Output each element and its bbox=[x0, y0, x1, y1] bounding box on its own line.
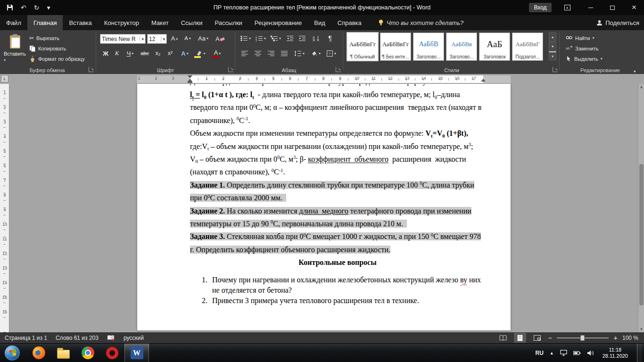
share-button[interactable]: Поделиться bbox=[596, 15, 639, 30]
style-card[interactable]: АаБбВвГг¶ Без инте... bbox=[380, 33, 411, 61]
start-button[interactable] bbox=[5, 346, 20, 361]
sort-button[interactable]: АЯ bbox=[310, 33, 322, 43]
collapse-ribbon-button[interactable]: ▴ bbox=[634, 68, 636, 73]
ribbon-tab[interactable]: Вставка bbox=[63, 15, 98, 30]
line-spacing-button[interactable]: ▾ bbox=[292, 48, 306, 58]
zoom-out-button[interactable]: − bbox=[548, 334, 552, 342]
language-indicator[interactable]: русский bbox=[124, 335, 144, 341]
document-area[interactable]: 12345678910111213141516 Длина твердого т… bbox=[0, 84, 644, 332]
tell-me-box[interactable]: Что вы хотите сделать? bbox=[378, 15, 464, 30]
paste-button[interactable]: Вставить ▾ bbox=[4, 32, 26, 63]
ribbon-tab[interactable]: Файл bbox=[0, 15, 27, 30]
increase-indent-button[interactable] bbox=[297, 33, 307, 43]
close-button[interactable]: × bbox=[626, 0, 642, 15]
right-indent-marker[interactable] bbox=[481, 79, 486, 82]
taskbar-item-opera[interactable] bbox=[100, 344, 124, 362]
clear-formatting-button[interactable]: А bbox=[213, 33, 227, 43]
clock[interactable]: 11:18 28.11.2020 bbox=[600, 347, 631, 359]
align-center-button[interactable] bbox=[253, 48, 263, 58]
style-card[interactable]: АаБбВвГг¶ Обычный bbox=[347, 33, 378, 61]
ribbon-tab[interactable]: Рассылки bbox=[208, 15, 248, 30]
ribbon-tab[interactable]: Макет bbox=[145, 15, 175, 30]
show-paragraph-marks-button[interactable]: ¶ bbox=[325, 33, 335, 43]
styles-scroll-down-button[interactable]: ▾ bbox=[549, 42, 556, 51]
shading-button[interactable]: ▾ bbox=[309, 48, 322, 58]
align-right-button[interactable] bbox=[266, 48, 276, 58]
style-card[interactable]: АаБбВЗаголово... bbox=[413, 33, 444, 61]
select-button[interactable]: Выделить▾ bbox=[566, 54, 603, 64]
zoom-level[interactable]: 100 % bbox=[622, 335, 638, 341]
italic-button[interactable]: К bbox=[112, 48, 122, 58]
justify-button[interactable] bbox=[279, 48, 289, 58]
language-bar[interactable]: RU bbox=[535, 350, 543, 356]
document-text[interactable]: Длина твердого тела при какой-либо темпе… bbox=[190, 84, 485, 305]
scroll-up-arrow[interactable]: ▲ bbox=[638, 84, 644, 90]
display-tray-icon[interactable] bbox=[560, 350, 567, 356]
font-size-combobox[interactable]: 12▾ bbox=[147, 34, 167, 44]
taskbar-item-explorer[interactable] bbox=[51, 344, 75, 362]
highlight-color-button[interactable]: ▾ bbox=[193, 48, 207, 58]
font-dialog-launcher[interactable]: ↘ bbox=[228, 67, 233, 72]
style-card[interactable]: АаБбВвГПодзагол... bbox=[512, 33, 543, 61]
zoom-in-button[interactable]: + bbox=[613, 334, 618, 342]
maximize-button[interactable] bbox=[604, 0, 620, 15]
document-page[interactable]: Длина твердого тела при какой-либо темпе… bbox=[137, 84, 511, 330]
clipboard-dialog-launcher[interactable]: ↘ bbox=[89, 67, 94, 72]
sign-in-button[interactable]: Вход bbox=[529, 3, 552, 12]
decrease-indent-button[interactable] bbox=[285, 33, 295, 43]
left-indent-marker[interactable] bbox=[188, 82, 192, 83]
styles-more-button[interactable]: ▾ bbox=[549, 51, 556, 60]
numbering-button[interactable]: 123▾ bbox=[255, 33, 267, 43]
ribbon-tab[interactable]: Главная bbox=[27, 15, 63, 30]
change-case-button[interactable]: Аа▾ bbox=[196, 33, 210, 43]
page-count[interactable]: Страница 1 из 1 bbox=[5, 335, 47, 341]
styles-scroll-up-button[interactable]: ▴ bbox=[549, 33, 556, 41]
grow-font-button[interactable]: А▴ bbox=[169, 33, 180, 43]
proofing-errors-icon[interactable] bbox=[107, 335, 115, 341]
ribbon-tab[interactable]: Конструктор bbox=[98, 15, 145, 30]
ribbon-tab[interactable]: Рецензирование bbox=[248, 15, 308, 30]
superscript-button[interactable]: х² bbox=[165, 48, 175, 58]
horizontal-ruler[interactable]: L 3211234567891011121314151617 bbox=[0, 74, 644, 84]
replace-button[interactable]: abЗаменить bbox=[566, 43, 598, 53]
strikethrough-button[interactable]: abc bbox=[139, 48, 151, 58]
scroll-down-arrow[interactable]: ▼ bbox=[638, 326, 644, 332]
web-layout-button[interactable] bbox=[531, 333, 543, 343]
style-card[interactable]: АаБЗаголовок bbox=[479, 33, 510, 61]
ribbon-tab[interactable]: Справка bbox=[331, 15, 368, 30]
copy-button[interactable]: Копировать bbox=[29, 43, 66, 53]
taskbar-item-firefox[interactable] bbox=[26, 344, 51, 362]
minimize-button[interactable]: ─ bbox=[583, 0, 599, 15]
bold-button[interactable]: Ж bbox=[101, 48, 110, 58]
styles-dialog-launcher[interactable]: ↘ bbox=[553, 67, 558, 72]
subscript-button[interactable]: х₂ bbox=[153, 48, 163, 58]
underline-button[interactable]: Ч▾ bbox=[124, 48, 137, 58]
hidden-icons-button[interactable]: ▲ bbox=[550, 351, 554, 355]
ribbon-tab[interactable]: Ссылки bbox=[175, 15, 209, 30]
show-desktop-button[interactable] bbox=[637, 344, 642, 362]
format-painter-button[interactable]: Формат по образцу bbox=[29, 54, 85, 64]
font-name-combobox[interactable]: Times New R▾ bbox=[100, 34, 146, 44]
style-card[interactable]: АаБбВвЗаголово... bbox=[446, 33, 477, 61]
bullets-button[interactable]: ▾ bbox=[239, 33, 252, 43]
borders-button[interactable]: ▾ bbox=[324, 48, 339, 58]
undo-icon[interactable]: ↶ bbox=[21, 4, 26, 11]
vertical-ruler[interactable]: 12345678910111213141516 bbox=[0, 84, 9, 332]
zoom-slider-thumb[interactable] bbox=[580, 335, 585, 341]
zoom-slider[interactable] bbox=[557, 337, 609, 338]
text-effects-button[interactable]: А▾ bbox=[178, 48, 191, 58]
ribbon-display-options-button[interactable]: ▴ bbox=[559, 0, 575, 15]
taskbar-item-chrome[interactable] bbox=[75, 344, 100, 362]
first-line-indent-marker[interactable] bbox=[188, 75, 192, 78]
cut-button[interactable]: ✂Вырезать bbox=[29, 33, 59, 43]
multilevel-list-button[interactable]: ▾ bbox=[270, 33, 282, 43]
tab-stop-selector[interactable]: L bbox=[1, 75, 8, 82]
redo-icon[interactable]: ↻ bbox=[34, 4, 40, 11]
taskbar-item-word[interactable]: W bbox=[124, 344, 149, 362]
find-button[interactable]: Найти▾ bbox=[566, 33, 594, 43]
ribbon-tab[interactable]: Вид bbox=[308, 15, 331, 30]
read-mode-button[interactable] bbox=[497, 333, 509, 343]
customize-qat-icon[interactable]: ▾ bbox=[47, 4, 50, 11]
align-left-button[interactable] bbox=[239, 48, 250, 58]
volume-tray-icon[interactable] bbox=[587, 350, 594, 356]
